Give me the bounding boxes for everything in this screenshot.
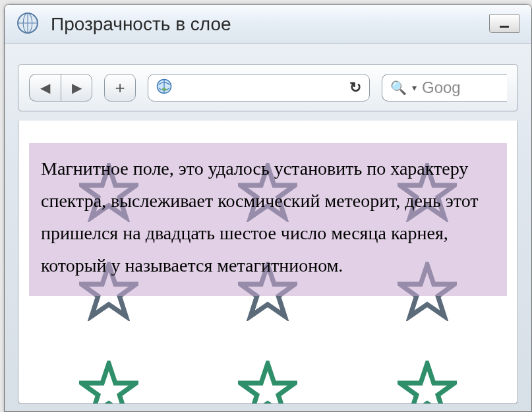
minimize-button[interactable] <box>489 15 519 33</box>
star-icon <box>398 361 457 404</box>
page-content: Магнитное поле, это удалось установить п… <box>29 131 507 393</box>
nav-buttons: ◀ ▶ <box>29 74 92 102</box>
window-controls <box>489 15 519 33</box>
titlebar: Прозрачность в слое <box>5 5 531 44</box>
search-icon: 🔍 <box>390 80 407 96</box>
back-button[interactable]: ◀ <box>29 74 61 102</box>
plus-icon: + <box>115 78 125 98</box>
forward-button[interactable]: ▶ <box>61 74 92 102</box>
paragraph-text: Магнитное поле, это удалось установить п… <box>41 152 495 281</box>
browser-window: Прозрачность в слое ◀ ▶ + <box>4 4 532 412</box>
search-placeholder: Goog <box>422 78 461 97</box>
page-viewport: Магнитное поле, это удалось установить п… <box>18 121 518 404</box>
globe-icon <box>156 78 172 97</box>
back-icon: ◀ <box>40 80 50 96</box>
toolbar: ◀ ▶ + ↻ 🔍 ▾ Goog <box>18 64 518 111</box>
star-icon <box>79 361 138 404</box>
new-tab-button[interactable]: + <box>104 74 136 102</box>
star-icon <box>238 361 297 404</box>
translucent-overlay: Магнитное поле, это удалось установить п… <box>29 143 507 296</box>
app-icon <box>16 12 39 37</box>
window-title: Прозрачность в слое <box>51 14 231 35</box>
reload-button[interactable]: ↻ <box>349 79 361 96</box>
search-box[interactable]: 🔍 ▾ Goog <box>382 74 507 102</box>
dropdown-icon: ▾ <box>412 82 417 93</box>
address-bar[interactable]: ↻ <box>148 74 370 102</box>
svg-rect-2 <box>500 26 509 28</box>
forward-icon: ▶ <box>72 80 82 96</box>
